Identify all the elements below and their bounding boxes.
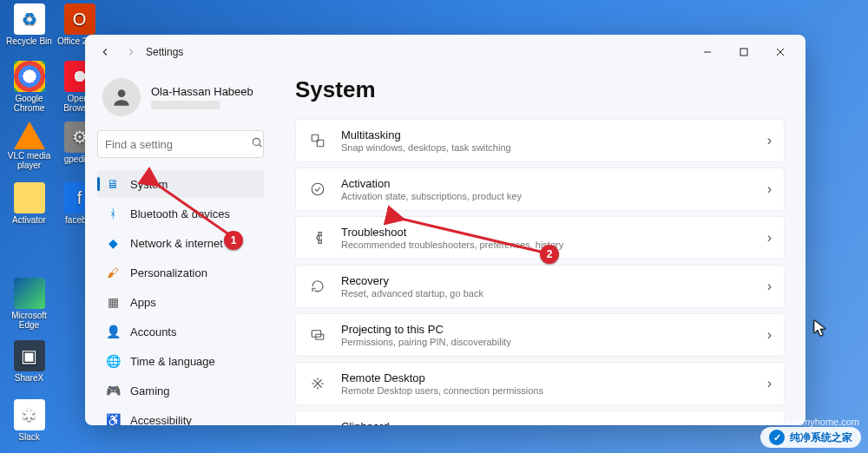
close-button[interactable] xyxy=(762,39,799,65)
avatar xyxy=(102,78,141,116)
svg-rect-1 xyxy=(740,49,747,56)
globe-icon: 🌐 xyxy=(106,354,120,368)
nav-item-network[interactable]: ◆Network & internet xyxy=(97,229,264,257)
user-email-redacted xyxy=(151,101,220,109)
desktop-icon-slack[interactable]: ✱Slack xyxy=(5,399,53,442)
chrome-icon xyxy=(14,61,45,92)
desktop-icon-activator[interactable]: Activator xyxy=(5,182,53,225)
chevron-right-icon: › xyxy=(767,181,772,197)
maximize-button[interactable] xyxy=(726,39,762,65)
sidebar: Ola-Hassan Habeeb 🖥System ᚼBluetooth & d… xyxy=(85,69,276,425)
bluetooth-icon: ᚼ xyxy=(106,207,120,220)
vlc-icon xyxy=(14,121,45,149)
search-icon xyxy=(251,136,263,152)
desktop-icon-recycle-bin[interactable]: ♻Recycle Bin xyxy=(5,3,53,46)
window-title: Settings xyxy=(146,46,183,58)
mouse-cursor-icon xyxy=(813,319,827,340)
svg-rect-10 xyxy=(312,331,321,338)
folder-icon xyxy=(14,182,45,213)
gaming-icon: 🎮 xyxy=(106,384,120,397)
chevron-right-icon: › xyxy=(767,279,772,294)
svg-line-6 xyxy=(260,145,262,148)
nav-item-accessibility[interactable]: ♿Accessibility xyxy=(97,406,264,425)
nav-item-accounts[interactable]: 👤Accounts xyxy=(97,318,264,345)
watermark: ✓ 纯净系统之家 xyxy=(760,427,861,448)
nav-item-apps[interactable]: ▦Apps xyxy=(97,288,264,316)
slack-icon: ✱ xyxy=(14,399,45,430)
watermark-icon: ✓ xyxy=(769,430,785,445)
site-url: www.kzmyhome.com xyxy=(770,417,859,427)
projecting-icon xyxy=(308,327,327,343)
wrench-icon xyxy=(308,230,327,246)
wifi-icon: ◆ xyxy=(106,236,120,250)
search-input[interactable] xyxy=(105,138,251,151)
accessibility-icon: ♿ xyxy=(106,413,120,425)
nav-item-gaming[interactable]: 🎮Gaming xyxy=(97,377,264,404)
desktop-icon-sharex[interactable]: ▣ShareX xyxy=(5,340,53,383)
nav-item-system[interactable]: 🖥System xyxy=(97,170,264,198)
row-projecting[interactable]: Projecting to this PCPermissions, pairin… xyxy=(295,313,785,357)
brush-icon: 🖌 xyxy=(106,266,120,279)
window-controls xyxy=(689,39,799,65)
content-pane: System MultitaskingSnap windows, desktop… xyxy=(276,69,806,425)
row-troubleshoot[interactable]: TroubleshootRecommended troubleshooters,… xyxy=(295,216,785,259)
multitasking-icon xyxy=(308,133,327,148)
nav-list: 🖥System ᚼBluetooth & devices ◆Network & … xyxy=(97,170,264,425)
search-box[interactable] xyxy=(97,130,264,158)
user-name: Ola-Hassan Habeeb xyxy=(151,85,253,98)
nav-item-bluetooth[interactable]: ᚼBluetooth & devices xyxy=(97,200,264,227)
chevron-right-icon: › xyxy=(767,133,772,148)
svg-point-5 xyxy=(253,138,260,145)
nav-item-time[interactable]: 🌐Time & language xyxy=(97,347,264,375)
page-title: System xyxy=(295,76,785,103)
user-profile[interactable]: Ola-Hassan Habeeb xyxy=(97,69,264,130)
desktop-icon-edge[interactable]: Microsoft Edge xyxy=(5,278,53,330)
settings-rows: MultitaskingSnap windows, desktops, task… xyxy=(295,119,785,425)
row-multitasking[interactable]: MultitaskingSnap windows, desktops, task… xyxy=(295,119,785,162)
chevron-right-icon: › xyxy=(767,230,772,246)
row-recovery[interactable]: RecoveryReset, advanced startup, go back… xyxy=(295,265,785,308)
recovery-icon xyxy=(308,279,327,294)
svg-point-9 xyxy=(312,183,324,195)
system-icon: 🖥 xyxy=(106,177,120,191)
person-icon: 👤 xyxy=(106,325,120,338)
back-button[interactable] xyxy=(92,39,118,65)
clipboard-icon xyxy=(308,424,327,425)
forward-button xyxy=(118,39,144,65)
chevron-right-icon: › xyxy=(767,327,772,343)
edge-icon xyxy=(14,278,45,309)
row-remote-desktop[interactable]: Remote DesktopRemote Desktop users, conn… xyxy=(295,362,785,405)
titlebar[interactable]: Settings xyxy=(85,35,806,69)
remote-desktop-icon xyxy=(308,376,327,391)
minimize-button[interactable] xyxy=(689,39,726,65)
row-activation[interactable]: ActivationActivation state, subscription… xyxy=(295,167,785,211)
settings-window: Settings Ola-Hassan Habeeb 🖥System ᚼBlue xyxy=(85,35,806,425)
desktop-icon-vlc[interactable]: VLC media player xyxy=(5,121,53,170)
activation-icon xyxy=(308,181,327,197)
recycle-bin-icon: ♻ xyxy=(14,3,45,35)
nav-item-personalization[interactable]: 🖌Personalization xyxy=(97,259,264,286)
row-clipboard[interactable]: ClipboardCut and copy history, sync, cle… xyxy=(295,410,785,425)
svg-point-4 xyxy=(118,89,126,97)
office-icon: O xyxy=(64,3,95,35)
desktop-icon-chrome[interactable]: Google Chrome xyxy=(5,61,53,113)
chevron-right-icon: › xyxy=(767,376,772,391)
apps-icon: ▦ xyxy=(106,295,120,309)
sharex-icon: ▣ xyxy=(14,340,45,371)
